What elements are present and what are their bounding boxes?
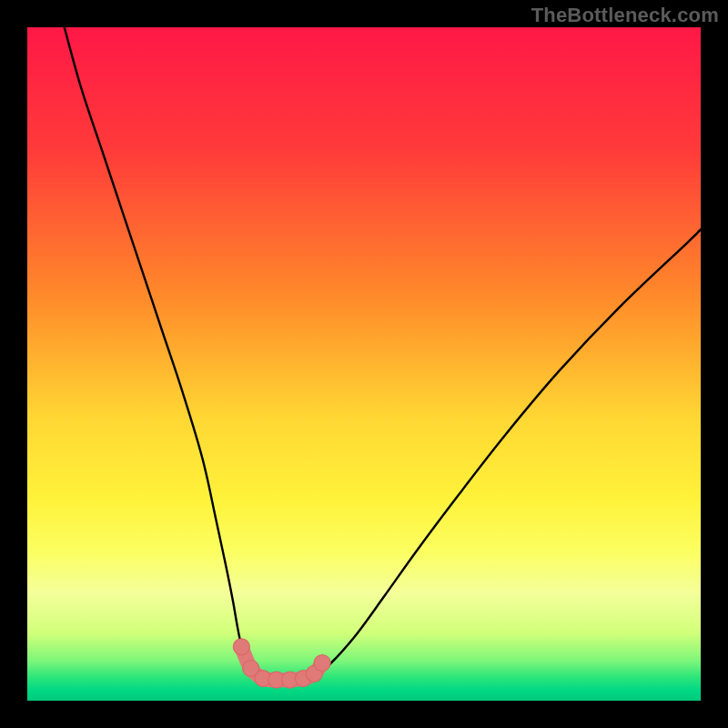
watermark-text: TheBottleneck.com [531,4,719,27]
trough-marker [233,639,249,655]
trough-marker [314,655,330,672]
outer-frame: TheBottleneck.com [0,0,728,728]
chart-svg [27,27,701,701]
chart-background [27,27,701,701]
chart-plot-area [27,27,701,701]
